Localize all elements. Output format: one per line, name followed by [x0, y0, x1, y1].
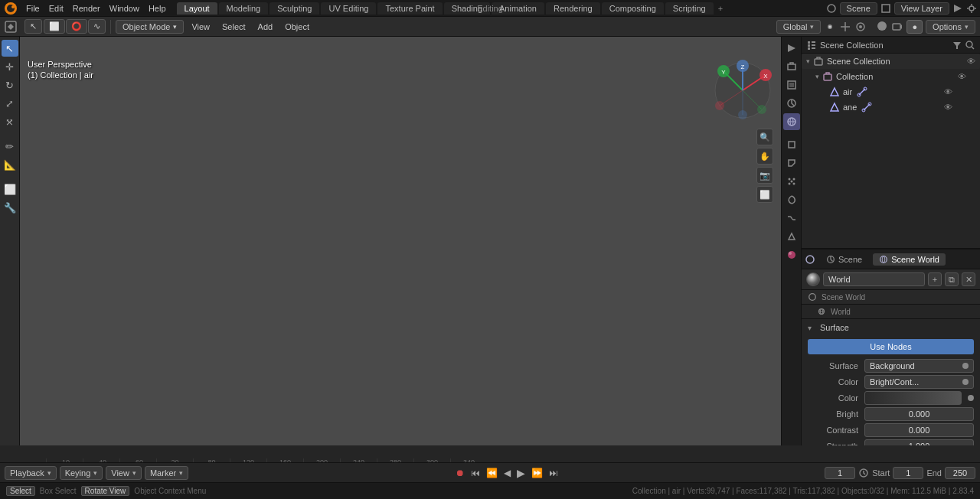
bright-value-field[interactable]: 0.000: [864, 407, 974, 421]
circle-select-btn[interactable]: ⭕: [66, 19, 87, 34]
step-forward-btn[interactable]: ⏩: [529, 466, 545, 480]
workspace-tab-layout[interactable]: Layout: [177, 2, 217, 15]
current-frame-field[interactable]: 1: [825, 467, 855, 479]
viewport-shading-icon[interactable]: [876, 20, 888, 32]
constraints-props-icon[interactable]: [783, 210, 800, 227]
cursor-tool-btn[interactable]: ↖: [24, 19, 42, 34]
scene-selector[interactable]: Scene: [840, 2, 877, 15]
viewport[interactable]: User Perspective (1) Collection | air X …: [20, 37, 781, 462]
play-back-btn[interactable]: ◀: [501, 466, 513, 480]
rotate-tool[interactable]: ↻: [2, 77, 18, 93]
view-menu-btn[interactable]: View: [187, 21, 214, 33]
color1-value-field[interactable]: Bright/Cont...: [864, 375, 974, 389]
color-swatch[interactable]: [864, 391, 962, 405]
options-btn[interactable]: Options: [926, 20, 975, 34]
workspace-tab-compositing[interactable]: Compositing: [602, 2, 664, 15]
world-props-tab[interactable]: Scene World: [873, 253, 946, 266]
lasso-select-btn[interactable]: ∿: [88, 19, 106, 34]
object-props-icon[interactable]: [783, 136, 800, 153]
proportional-edit-icon[interactable]: [854, 21, 867, 33]
pivot-icon[interactable]: [824, 21, 836, 33]
jump-end-btn[interactable]: ⏭: [547, 466, 560, 480]
menu-render[interactable]: Render: [68, 2, 105, 15]
scene-collection-eye[interactable]: 👁: [967, 57, 975, 66]
editor-type-icon[interactable]: [5, 21, 17, 33]
add-menu-btn[interactable]: Add: [253, 21, 278, 33]
ane-item[interactable]: ane 👁: [802, 99, 980, 115]
contrast-value-field[interactable]: 0.000: [864, 423, 974, 437]
workspace-tab-scripting[interactable]: Scripting: [665, 2, 714, 15]
world-fake-user-btn[interactable]: ✕: [962, 272, 975, 286]
filter-icon[interactable]: [952, 40, 962, 51]
solid-shading-btn[interactable]: ●: [906, 20, 923, 34]
record-btn[interactable]: ⏺: [453, 466, 467, 480]
search-outliner-icon[interactable]: [965, 40, 975, 51]
eyedropper-tool[interactable]: 🔧: [2, 199, 18, 216]
annotate-tool[interactable]: ✏: [2, 138, 18, 155]
material-props-icon[interactable]: [783, 246, 800, 263]
scene-props-tab[interactable]: Scene: [820, 253, 868, 266]
playback-dropdown[interactable]: Playback: [5, 466, 57, 480]
move-tool[interactable]: ✛: [2, 58, 18, 75]
menu-window[interactable]: Window: [105, 2, 144, 15]
pan-btn[interactable]: ✋: [756, 148, 773, 165]
step-back-btn[interactable]: ⏪: [484, 466, 500, 480]
zoom-to-fit-btn[interactable]: 🔍: [756, 129, 773, 145]
world-props-icon[interactable]: [783, 113, 800, 130]
viewlayer-props-icon[interactable]: [783, 77, 800, 93]
box-select-btn[interactable]: ⬜: [44, 19, 65, 34]
snapping-icon[interactable]: [839, 21, 851, 33]
workspace-tab-texture[interactable]: Texture Paint: [377, 2, 442, 15]
start-frame-field[interactable]: 1: [893, 467, 923, 479]
surface-section-header[interactable]: ▾ Surface: [802, 319, 980, 336]
play-forward-btn[interactable]: ▶: [514, 465, 528, 481]
transform-orientation-btn[interactable]: Global: [776, 20, 822, 34]
workspace-tab-sculpting[interactable]: Sculpting: [270, 2, 319, 15]
transform-tool[interactable]: ⤧: [2, 113, 18, 130]
surface-value-field[interactable]: Background: [864, 359, 974, 373]
ane-eye[interactable]: 👁: [944, 103, 952, 112]
world-new-btn[interactable]: +: [928, 272, 942, 286]
marker-dropdown[interactable]: Marker: [145, 466, 188, 480]
navigation-gizmo[interactable]: X Y Z: [712, 60, 773, 121]
physics-props-icon[interactable]: [783, 191, 800, 208]
jump-start-btn[interactable]: ⏮: [469, 466, 482, 480]
select-menu-btn[interactable]: Select: [217, 21, 250, 33]
render-props-icon[interactable]: [783, 40, 800, 57]
data-props-icon[interactable]: [783, 228, 800, 245]
object-menu-btn[interactable]: Object: [280, 21, 314, 33]
collection-eye[interactable]: 👁: [958, 72, 966, 81]
object-mode-dropdown[interactable]: Object Mode: [116, 20, 184, 34]
menu-help[interactable]: Help: [144, 2, 171, 15]
scene-props-icon[interactable]: [783, 95, 800, 112]
modifier-props-icon[interactable]: [783, 155, 800, 171]
scene-collection-item[interactable]: ▾ Scene Collection 👁: [802, 54, 980, 69]
menu-file[interactable]: File: [21, 2, 44, 15]
collection-item[interactable]: ▾ Collection 👁: [802, 69, 980, 84]
keying-dropdown[interactable]: Keying: [60, 466, 103, 480]
quad-view-btn[interactable]: ⬜: [756, 186, 773, 203]
particles-props-icon[interactable]: [783, 173, 800, 190]
air-eye[interactable]: 👁: [944, 87, 952, 96]
world-duplicate-btn[interactable]: ⧉: [945, 272, 959, 286]
use-nodes-button[interactable]: Use Nodes: [808, 339, 974, 354]
add-workspace-btn[interactable]: +: [715, 2, 726, 15]
workspace-tab-rendering[interactable]: Rendering: [546, 2, 600, 15]
measure-tool[interactable]: 📐: [2, 156, 18, 173]
svg-point-74: [792, 178, 795, 181]
end-frame-field[interactable]: 250: [945, 467, 975, 479]
camera-icon[interactable]: [891, 21, 903, 33]
menu-edit[interactable]: Edit: [44, 2, 68, 15]
camera-view-btn[interactable]: 📷: [756, 167, 773, 184]
world-name-field[interactable]: World: [823, 272, 925, 286]
add-cube-tool[interactable]: ⬜: [2, 181, 18, 197]
output-props-icon[interactable]: [783, 58, 800, 75]
air-item[interactable]: air 👁: [802, 84, 980, 99]
view-dropdown[interactable]: View: [106, 466, 142, 480]
cursor-tool[interactable]: ↖: [2, 40, 18, 57]
workspace-tab-modeling[interactable]: Modeling: [219, 2, 269, 15]
view-layer-selector[interactable]: View Layer: [894, 2, 949, 15]
blender-logo-icon[interactable]: [3, 1, 18, 16]
workspace-tab-uv[interactable]: UV Editing: [321, 2, 376, 15]
scale-tool[interactable]: ⤢: [2, 95, 18, 112]
